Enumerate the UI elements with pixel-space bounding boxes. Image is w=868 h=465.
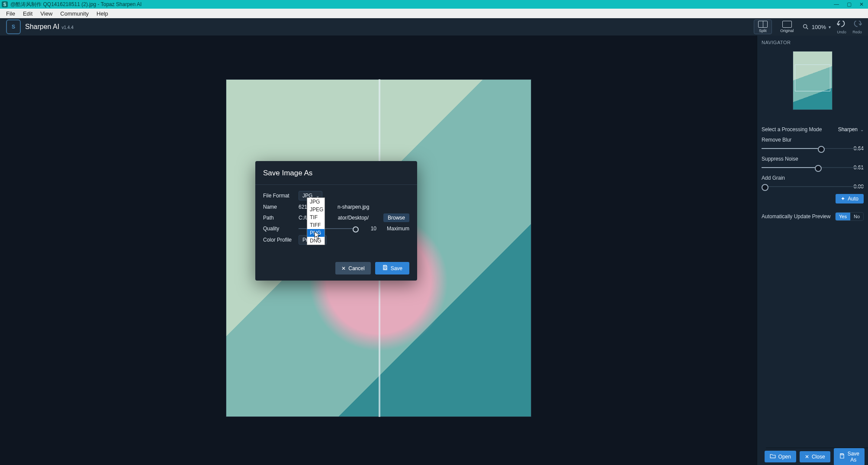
browse-button[interactable]: Browse [383, 213, 409, 222]
open-button[interactable]: Open [765, 451, 796, 462]
undo-button[interactable] [837, 19, 846, 29]
toggle-no[interactable]: No [850, 213, 863, 220]
auto-label: Auto [848, 196, 858, 202]
close-label: Close [812, 454, 825, 460]
view-original-label: Original [780, 29, 794, 33]
original-icon [782, 21, 792, 28]
window-title: @酷涛风制作 QQ1416218511 (2).jpg - Topaz Shar… [10, 1, 141, 8]
navigator-title: NAVIGATOR [762, 40, 864, 45]
menu-community[interactable]: Community [57, 10, 92, 18]
zoom-value[interactable]: 100% [812, 24, 826, 30]
toggle-yes[interactable]: Yes [836, 213, 850, 220]
menu-file[interactable]: File [3, 10, 19, 18]
view-split-button[interactable]: Split [754, 19, 772, 34]
chevron-down-icon: ⌄ [860, 127, 864, 132]
canvas-area[interactable]: Save Image As File Format JPG ⌄ Name 621… [0, 36, 757, 465]
svg-point-0 [803, 25, 807, 28]
app-name: Sharpen AI [25, 23, 59, 30]
split-icon [758, 21, 768, 28]
bottom-action-bar: Open ✕ Close Save As [766, 448, 868, 465]
undo-label: Undo [837, 30, 846, 34]
auto-preview-label: Automatically Update Preview [762, 213, 830, 220]
auto-preview-toggle[interactable]: Yes No [835, 212, 864, 221]
option-tiff[interactable]: TIFF [307, 221, 325, 229]
search-icon[interactable] [802, 23, 809, 30]
navigator-thumbnail[interactable] [793, 51, 833, 110]
main: Save Image As File Format JPG ⌄ Name 621… [0, 36, 868, 465]
logo-icon: S [6, 19, 21, 34]
menu-help[interactable]: Help [93, 10, 112, 18]
svg-rect-4 [841, 454, 843, 455]
mode-value: Sharpen [838, 126, 858, 132]
option-jpeg[interactable]: JPEG [307, 206, 325, 213]
remove-blur-label: Remove Blur [762, 137, 864, 143]
side-panel: NAVIGATOR Select a Processing Mode Sharp… [757, 36, 868, 465]
navigator-viewport[interactable] [795, 65, 830, 91]
save-icon [382, 265, 388, 272]
save-button[interactable]: Save [375, 262, 409, 274]
color-profile-label: Color Profile [263, 237, 294, 243]
open-label: Open [778, 454, 791, 460]
svg-line-1 [807, 28, 808, 29]
modal-overlay: Save Image As File Format JPG ⌄ Name 621… [0, 36, 757, 465]
redo-button[interactable] [852, 19, 862, 29]
divider [255, 184, 417, 185]
cancel-label: Cancel [348, 265, 364, 271]
quality-number: 10 [371, 226, 376, 232]
mode-select[interactable]: Sharpen ⌄ [838, 126, 864, 132]
quality-word: Maximum [387, 226, 409, 232]
save-as-label: Save As [848, 451, 859, 463]
cursor-icon [314, 231, 321, 240]
redo-label: Redo [852, 30, 862, 34]
app-header: S Sharpen AI v1.4.4 Split Original 100% … [0, 18, 868, 36]
suppress-noise-slider[interactable] [762, 164, 864, 171]
menu-view[interactable]: View [37, 10, 56, 18]
path-label: Path [263, 215, 294, 221]
svg-rect-3 [384, 268, 386, 270]
menubar: File Edit View Community Help [0, 9, 868, 18]
option-tif[interactable]: TIF [307, 213, 325, 221]
window-maximize[interactable]: ▢ [847, 1, 852, 7]
window-minimize[interactable]: — [834, 1, 839, 7]
suppress-noise-label: Suppress Noise [762, 156, 864, 162]
quality-label: Quality [263, 226, 294, 232]
close-button[interactable]: ✕ Close [800, 451, 830, 462]
dialog-title: Save Image As [263, 169, 409, 178]
view-split-label: Split [759, 29, 767, 33]
cancel-button[interactable]: ✕ Cancel [335, 262, 370, 274]
menu-edit[interactable]: Edit [19, 10, 36, 18]
app-icon: S [2, 1, 8, 7]
window-titlebar[interactable]: S @酷涛风制作 QQ1416218511 (2).jpg - Topaz Sh… [0, 0, 868, 9]
save-label: Save [391, 265, 402, 271]
mode-label: Select a Processing Mode [762, 126, 822, 132]
add-grain-slider[interactable] [762, 183, 864, 191]
folder-icon [770, 453, 776, 460]
remove-blur-slider[interactable] [762, 145, 864, 152]
close-icon: ✕ [805, 454, 809, 460]
auto-button[interactable]: ✦ Auto [836, 194, 864, 203]
path-value-right: ator/Desktop/ [338, 215, 369, 221]
save-dialog: Save Image As File Format JPG ⌄ Name 621… [255, 161, 417, 281]
wand-icon: ✦ [841, 196, 845, 202]
option-jpg[interactable]: JPG [307, 198, 325, 206]
save-icon [839, 453, 845, 460]
save-as-button[interactable]: Save As [834, 448, 865, 465]
add-grain-label: Add Grain [762, 175, 864, 181]
name-value-right: n-sharpen.jpg [338, 204, 369, 210]
view-original-button[interactable]: Original [778, 19, 796, 34]
chevron-down-icon[interactable]: ▾ [829, 25, 831, 29]
name-label: Name [263, 204, 294, 210]
svg-rect-2 [384, 265, 386, 267]
window-close[interactable]: ✕ [859, 1, 864, 7]
app-version: v1.4.4 [62, 25, 74, 30]
close-icon: ✕ [341, 265, 346, 271]
file-format-label: File Format [263, 193, 294, 199]
